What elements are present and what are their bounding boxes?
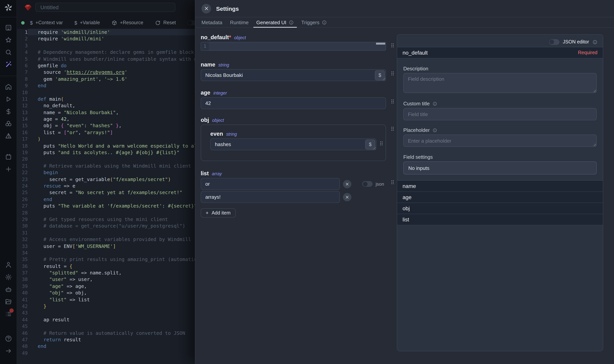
drag-handle-icon[interactable] — [392, 180, 394, 185]
scrollbar-thumb[interactable] — [376, 43, 385, 44]
settings-tabs: Metadata Runtime Generated UI Triggers — [195, 17, 614, 28]
calendar-icon[interactable] — [5, 153, 12, 160]
info-icon[interactable] — [432, 128, 437, 132]
drag-handle-icon[interactable] — [392, 100, 394, 104]
line-number: 17 — [17, 136, 28, 143]
description-textarea[interactable] — [403, 73, 597, 93]
line-number: 30 — [17, 223, 28, 230]
line-number: 47 — [17, 336, 28, 343]
list-item-input[interactable] — [201, 191, 340, 203]
wand-icon[interactable] — [5, 61, 12, 68]
info-icon[interactable] — [432, 101, 437, 106]
line-number: 35 — [17, 256, 28, 263]
selected-field-row[interactable]: no_default Required — [397, 47, 603, 58]
star-icon[interactable] — [5, 36, 12, 44]
line-number: 12 — [17, 103, 28, 109]
arrow-right-icon[interactable] — [5, 347, 12, 355]
gear-icon[interactable] — [5, 273, 12, 281]
line-number: 46 — [17, 330, 28, 336]
user-icon[interactable] — [5, 261, 12, 269]
package-icon — [112, 20, 117, 26]
object-container: even string $ — [201, 125, 386, 161]
add-variable-button[interactable]: $ +Variable — [74, 20, 100, 26]
field-list-rows: nameageobjlist — [397, 180, 603, 225]
bot-icon[interactable] — [5, 286, 12, 293]
field-row-obj[interactable]: obj — [397, 203, 603, 214]
info-icon[interactable] — [322, 20, 327, 25]
windmill-app: $ +Context var $ +Variable +Resource — [0, 0, 614, 364]
pyramid-icon[interactable] — [5, 132, 12, 140]
drag-handle-icon[interactable] — [392, 127, 394, 131]
even-input[interactable] — [210, 138, 376, 150]
add-item-button[interactable]: + Add item — [201, 208, 235, 218]
windmill-logo-icon[interactable] — [4, 3, 13, 12]
tab-runtime[interactable]: Runtime — [226, 17, 252, 27]
sidebar-divider — [0, 17, 17, 17]
drawer-body: no_default* object 1 name string — [195, 28, 614, 364]
line-number: 7 — [17, 69, 28, 76]
placeholder-textarea[interactable] — [403, 134, 597, 147]
custom-title-input[interactable] — [403, 108, 597, 120]
play-icon[interactable] — [5, 96, 12, 103]
status-dot — [21, 21, 25, 25]
reset-button[interactable]: Reset — [155, 20, 176, 26]
drag-handle-icon[interactable] — [392, 43, 394, 48]
notification-badge — [9, 309, 14, 313]
list-item — [201, 191, 386, 203]
variable-picker-button[interactable]: $ — [365, 139, 375, 149]
object-json-editor[interactable]: 1 — [201, 42, 386, 51]
field-settings-select[interactable]: No inputs — [403, 161, 597, 174]
info-icon[interactable] — [288, 20, 294, 25]
required-asterisk: * — [229, 34, 231, 40]
home-icon[interactable] — [5, 83, 12, 91]
help-icon[interactable] — [5, 335, 12, 342]
field-row-name[interactable]: name — [397, 181, 603, 192]
field-name: no_default* — [201, 34, 231, 40]
line-number: 43 — [17, 310, 28, 316]
add-context-var-button[interactable]: $ +Context var — [30, 20, 63, 26]
remove-item-icon[interactable] — [343, 180, 352, 188]
boxes-icon[interactable] — [5, 120, 12, 127]
plus-icon[interactable] — [5, 166, 12, 173]
line-number: 29 — [17, 216, 28, 223]
close-icon[interactable] — [201, 4, 211, 13]
script-title-input[interactable] — [35, 3, 175, 12]
field-obj: obj object even string $ — [201, 117, 386, 161]
folder-open-icon[interactable] — [5, 298, 12, 305]
search-icon[interactable] — [5, 49, 12, 56]
field-row-list[interactable]: list — [397, 214, 603, 225]
building-icon[interactable] — [5, 24, 12, 31]
settings-drawer: Settings Metadata Runtime Generated UI T… — [195, 0, 614, 364]
line-number: 26 — [17, 196, 28, 203]
variable-picker-button[interactable]: $ — [375, 70, 385, 80]
field-type: integer — [213, 91, 227, 95]
json-editor-toggle[interactable] — [549, 39, 559, 45]
line-number: 6 — [17, 62, 28, 69]
line-number: 2 — [17, 36, 28, 42]
drag-handle-icon[interactable] — [392, 71, 394, 76]
line-number: 37 — [17, 270, 28, 276]
age-input[interactable] — [201, 97, 386, 109]
list-item-input[interactable] — [201, 178, 340, 190]
name-input[interactable] — [201, 69, 386, 81]
line-number: 8 — [17, 76, 28, 82]
tab-generated-ui[interactable]: Generated UI — [252, 17, 297, 27]
add-resource-button[interactable]: +Resource — [112, 20, 144, 26]
info-icon[interactable] — [592, 39, 598, 44]
line-number: 10 — [17, 89, 28, 96]
remove-item-icon[interactable] — [343, 193, 352, 201]
line-number: 36 — [17, 263, 28, 270]
generated-ui-form: no_default* object 1 name string — [201, 34, 386, 364]
dollar-icon[interactable] — [5, 108, 12, 115]
drag-handle-icon[interactable] — [380, 142, 383, 146]
line-number: 42 — [17, 303, 28, 310]
tab-metadata[interactable]: Metadata — [198, 17, 226, 27]
line-number: 31 — [17, 229, 28, 236]
field-row-age[interactable]: age — [397, 192, 603, 203]
logs-icon[interactable] — [5, 310, 12, 318]
line-number: 3 — [17, 42, 28, 49]
tab-triggers[interactable]: Triggers — [297, 17, 330, 27]
json-toggle[interactable] — [362, 181, 373, 187]
drawer-title: Settings — [216, 5, 239, 12]
dollar-icon: $ — [74, 20, 77, 26]
